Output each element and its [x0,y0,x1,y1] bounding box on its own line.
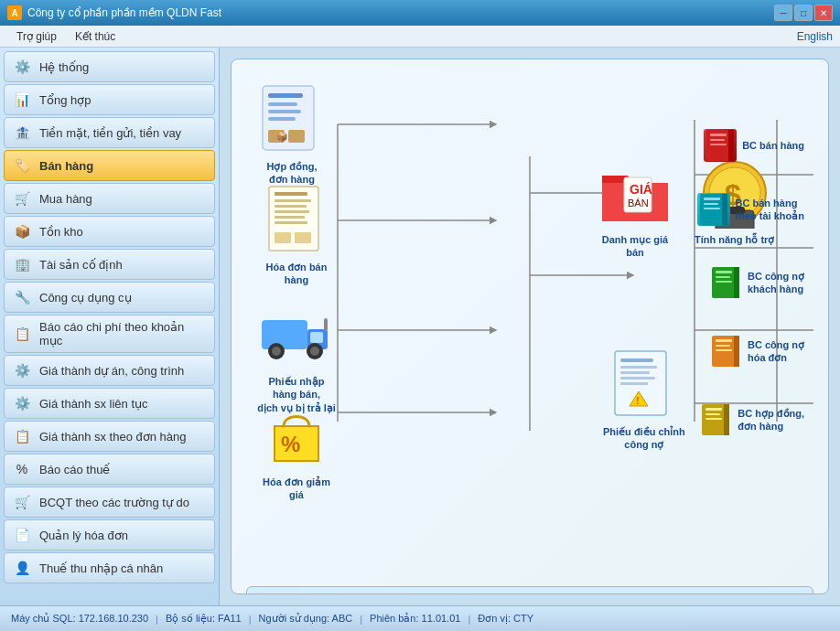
phieu-nhap-icon [260,298,333,371]
svg-rect-75 [734,336,739,367]
bcqt-icon: 🛒 [12,492,32,512]
svg-rect-31 [262,320,307,349]
svg-rect-77 [705,408,722,411]
window-controls: ─ □ ✕ [774,5,833,21]
sidebar-item-gia-thanh-dh[interactable]: 📋 Giá thành sx theo đơn hàng [4,421,215,452]
bcqt-label: BCQT theo các trường tự do [39,496,189,509]
menu-ket-thuc[interactable]: Kết thúc [66,28,124,45]
nv-ban-hang-item[interactable]: NV bán hàng [380,594,463,595]
sidebar-item-bao-cao-cp[interactable]: 📋 Báo cáo chi phí theo khoản mục [4,315,215,353]
bc-cong-no-kh-label: BC công nợkhách hàng [748,270,804,296]
app-title: Công ty cổ phần phần mềm QLDN Fast [27,6,774,19]
main-area: ⚙️ Hệ thống 📊 Tổng hợp 🏦 Tiền mặt, tiền … [0,48,840,605]
sidebar-item-tai-san[interactable]: 🏢 Tài sản cố định [4,249,215,280]
sidebar-item-mua-hang[interactable]: 🛒 Mua hàng [4,183,215,214]
truck-svg [260,304,333,366]
tong-hop-icon: 📊 [12,90,32,110]
hoa-don-item[interactable]: Hóa đơn bán hàng [255,184,338,287]
sidebar-item-ban-hang[interactable]: 🏷️ Bán hàng [4,150,215,181]
sidebar-item-gia-thanh-lt[interactable]: ⚙️ Giá thành sx liên tục [4,388,215,419]
sidebar-item-gia-thanh-da[interactable]: ⚙️ Giá thành dự án, công trình [4,355,215,386]
thue-suat-item[interactable]: $ % Thuế suất [495,593,566,594]
maximize-button[interactable]: □ [794,5,813,21]
title-bar: A Công ty cổ phần phần mềm QLDN Fast ─ □… [0,0,840,26]
ban-hang-label: Bán hàng [39,159,93,173]
sidebar-item-tong-hop[interactable]: 📊 Tổng hợp [4,84,215,115]
svg-rect-30 [295,232,311,243]
mua-hang-label: Mua hàng [39,192,92,206]
bao-cao-thue-label: Báo cáo thuế [39,463,110,476]
svg-rect-79 [705,418,722,420]
svg-rect-51 [620,371,650,374]
bottom-bar: Khách hàng NV bán hàng [246,586,813,594]
content-area: 📦 Hợp đồng,đơn hàng [220,48,840,605]
sidebar-item-bao-cao-thue[interactable]: % Báo cáo thuế [4,454,215,485]
bc-ban-hang-tk-item[interactable]: BC bán hàngtheo tài khoản [697,193,804,226]
svg-rect-16 [268,102,297,106]
percent-svg: % [265,404,328,466]
bc-ban-hang-tk-icon [697,193,730,226]
sidebar-item-bcqt[interactable]: 🛒 BCQT theo các trường tự do [4,487,215,518]
svg-rect-74 [716,349,732,351]
svg-rect-18 [268,117,296,121]
svg-rect-78 [705,413,720,415]
khach-hang-item[interactable]: Khách hàng [268,594,348,595]
tien-mat-label: Tiền mặt, tiền gửi, tiền vay [39,126,181,140]
sidebar-item-thue-tncn[interactable]: 👤 Thuế thu nhập cá nhân [4,552,215,583]
ton-kho-label: Tồn kho [39,225,83,239]
bc-cong-no-hd-item[interactable]: BC công nợhóa đơn [709,335,804,368]
sep1: | [156,614,158,625]
svg-point-35 [272,347,281,356]
phieu-dc-item[interactable]: ! Phiếu điều chỉnhcông nợ [603,348,685,452]
svg-text:GIÁ: GIÁ [630,182,652,197]
bc-hop-dong-icon [699,403,732,436]
hop-dong-icon: 📦 [255,83,328,156]
quan-ly-hoa-don-label: Quản lý hóa đơn [39,529,128,542]
ton-kho-icon: 📦 [12,221,32,241]
svg-text:!: ! [636,395,640,406]
minimize-button[interactable]: ─ [774,5,792,21]
tinh-nang-label: Tính năng hỗ trợ [695,233,774,246]
svg-rect-59 [710,144,727,145]
gia-thanh-da-label: Giá thành dự án, công trình [39,364,184,378]
status-server: Máy chủ SQL: 172.168.10.230 [11,613,148,625]
menu-tro-giup[interactable]: Trợ giúp [7,28,66,45]
bc-cong-no-kh-item[interactable]: BC công nợkhách hàng [709,266,804,299]
cong-cu-label: Công cụ dụng cụ [39,291,132,305]
hoa-don-icon [260,184,333,257]
quan-ly-hoa-don-icon: 📄 [12,525,32,545]
phieu-nhap-item[interactable]: Phiếu nhập hàng bán,dịch vụ bị trả lại [255,298,338,414]
svg-rect-23 [275,192,307,196]
bc-ban-hang-item[interactable]: BC bán hàng [704,129,804,162]
so-du-item[interactable]: Số dư Số dư công nợ [598,593,690,594]
language-button[interactable]: English [797,30,833,43]
sep4: | [468,614,470,625]
svg-rect-58 [710,139,725,141]
svg-rect-62 [704,198,720,200]
sidebar-item-quan-ly-hoa-don[interactable]: 📄 Quản lý hóa đơn [4,519,215,551]
bc-hop-dong-label: BC hợp đồng,đơn hàng [738,407,804,433]
close-button[interactable]: ✕ [814,5,833,21]
danh-muc-item[interactable]: GIÁ BÁN Danh mục giá bán [594,156,676,260]
hoa-don-gg-icon: % [260,399,333,472]
main-panel: 📦 Hợp đồng,đơn hàng [231,59,829,594]
hop-dong-svg: 📦 [259,84,325,155]
sidebar-item-tien-mat[interactable]: 🏦 Tiền mặt, tiền gửi, tiền vay [4,117,215,148]
svg-rect-69 [716,281,732,283]
he-thong-label: Hệ thống [39,60,89,74]
bao-cao-thue-icon: % [12,459,32,479]
gia-thanh-lt-label: Giá thành sx liên tục [39,397,148,411]
svg-rect-50 [620,366,657,369]
svg-rect-72 [716,339,732,342]
svg-rect-33 [310,332,323,343]
tien-ich-item[interactable]: Tiện ích [722,593,792,594]
hoa-don-gg-item[interactable]: % Hóa đơn giảm giá [255,399,338,502]
flowchart: 📦 Hợp đồng,đơn hàng [246,74,813,579]
sidebar-item-he-thong[interactable]: ⚙️ Hệ thống [4,51,215,82]
sidebar: ⚙️ Hệ thống 📊 Tổng hợp 🏦 Tiền mặt, tiền … [0,48,220,605]
hop-dong-item[interactable]: 📦 Hợp đồng,đơn hàng [255,83,328,187]
bc-hop-dong-item[interactable]: BC hợp đồng,đơn hàng [699,403,804,436]
sidebar-item-ton-kho[interactable]: 📦 Tồn kho [4,216,215,247]
sidebar-item-cong-cu[interactable]: 🔧 Công cụ dụng cụ [4,282,215,313]
svg-rect-25 [275,205,307,208]
